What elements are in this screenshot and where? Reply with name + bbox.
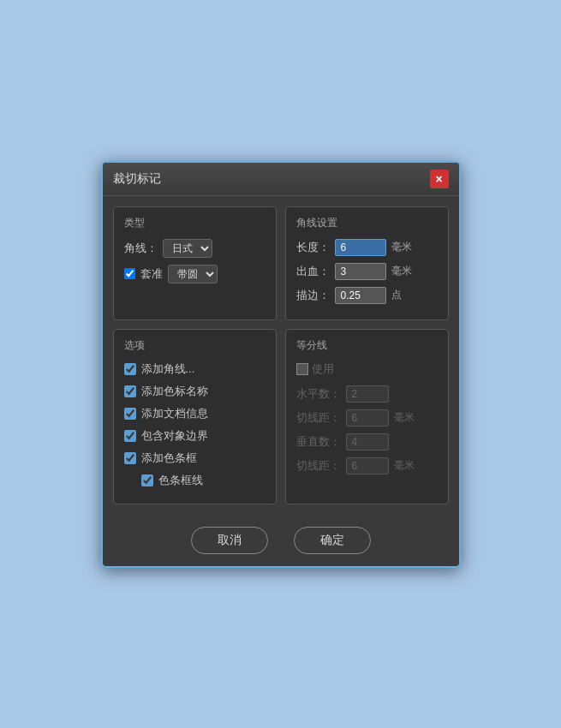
close-button[interactable]: × <box>430 170 449 188</box>
h-dist-label: 切线距： <box>296 410 341 426</box>
corner-settings-panel: 角线设置 长度： 毫米 出血： 毫米 描边： 点 <box>285 206 449 320</box>
stroke-row: 描边： 点 <box>296 287 438 304</box>
dialog-body: 类型 角线： 日式 西式 套准 带圆 无圆 角线设置 长度： <box>103 196 459 515</box>
corner-select[interactable]: 日式 西式 <box>163 239 212 258</box>
option-add-color-names-checkbox[interactable] <box>124 385 136 397</box>
use-label: 使用 <box>312 361 334 377</box>
equal-lines-panel: 等分线 使用 水平数： 切线距： 毫米 垂直数： 切线距： 毫米 <box>285 329 449 504</box>
length-input[interactable] <box>335 239 386 256</box>
option-add-color-bar-checkbox[interactable] <box>124 452 136 464</box>
use-checkbox[interactable] <box>296 363 308 375</box>
options-panel-title: 选项 <box>124 338 266 353</box>
option-color-bar-line-checkbox[interactable] <box>141 474 153 486</box>
v-count-input[interactable] <box>346 433 389 451</box>
option-add-corners-label: 添加角线... <box>141 361 195 377</box>
option-add-color-names: 添加色标名称 <box>124 384 266 399</box>
v-count-row: 垂直数： <box>296 433 438 451</box>
corner-settings-title: 角线设置 <box>296 216 438 230</box>
stroke-input[interactable] <box>335 287 386 304</box>
option-color-bar-line: 色条框线 <box>124 473 266 488</box>
cancel-button[interactable]: 取消 <box>191 527 268 554</box>
stroke-label: 描边： <box>296 288 330 303</box>
bleed-input[interactable] <box>335 263 386 280</box>
bleed-unit: 毫米 <box>391 264 412 278</box>
bleed-label: 出血： <box>296 264 330 279</box>
type-panel: 类型 角线： 日式 西式 套准 带圆 无圆 <box>113 206 277 320</box>
length-label: 长度： <box>296 240 330 255</box>
option-add-corners-checkbox[interactable] <box>124 363 136 375</box>
type-panel-title: 类型 <box>124 216 266 230</box>
crop-marks-dialog: 裁切标记 × 类型 角线： 日式 西式 套准 带圆 无圆 <box>101 161 461 568</box>
length-row: 长度： 毫米 <box>296 239 438 256</box>
register-checkbox[interactable] <box>124 268 135 279</box>
options-panel: 选项 添加角线... 添加色标名称 添加文档信息 包含对象边界 添加色条框 <box>113 329 277 504</box>
h-dist-unit: 毫米 <box>394 410 415 425</box>
option-add-color-names-label: 添加色标名称 <box>141 384 208 399</box>
option-color-bar-line-label: 色条框线 <box>158 473 203 488</box>
ok-button[interactable]: 确定 <box>294 527 371 554</box>
option-include-object-bounds: 包含对象边界 <box>124 428 266 444</box>
stroke-unit: 点 <box>391 288 402 302</box>
length-unit: 毫米 <box>391 240 412 254</box>
register-select[interactable]: 带圆 无圆 <box>168 265 218 283</box>
h-count-row: 水平数： <box>296 385 438 403</box>
v-dist-row: 切线距： 毫米 <box>296 457 438 474</box>
option-add-color-bar-label: 添加色条框 <box>141 451 197 466</box>
register-label: 套准 <box>140 266 163 282</box>
option-include-object-bounds-checkbox[interactable] <box>124 430 136 442</box>
corner-label: 角线： <box>124 241 158 256</box>
option-add-doc-info: 添加文档信息 <box>124 406 266 421</box>
h-count-input[interactable] <box>346 385 389 403</box>
v-dist-unit: 毫米 <box>394 458 415 473</box>
register-row: 套准 带圆 无圆 <box>124 265 266 283</box>
option-add-doc-info-label: 添加文档信息 <box>141 406 208 421</box>
h-dist-row: 切线距： 毫米 <box>296 409 438 427</box>
h-dist-input[interactable] <box>346 409 389 427</box>
v-dist-label: 切线距： <box>296 458 341 474</box>
option-add-corners: 添加角线... <box>124 361 266 377</box>
title-bar: 裁切标记 × <box>103 163 459 196</box>
option-add-doc-info-checkbox[interactable] <box>124 408 136 420</box>
bleed-row: 出血： 毫米 <box>296 263 438 280</box>
footer: 取消 确定 <box>103 515 459 566</box>
equal-lines-title: 等分线 <box>296 338 438 353</box>
h-count-label: 水平数： <box>296 386 341 402</box>
v-count-label: 垂直数： <box>296 434 341 450</box>
dialog-title: 裁切标记 <box>113 171 161 187</box>
option-include-object-bounds-label: 包含对象边界 <box>141 428 208 444</box>
use-row: 使用 <box>296 361 438 377</box>
option-add-color-bar: 添加色条框 <box>124 451 266 466</box>
corner-type-row: 角线： 日式 西式 <box>124 239 266 258</box>
v-dist-input[interactable] <box>346 457 389 474</box>
